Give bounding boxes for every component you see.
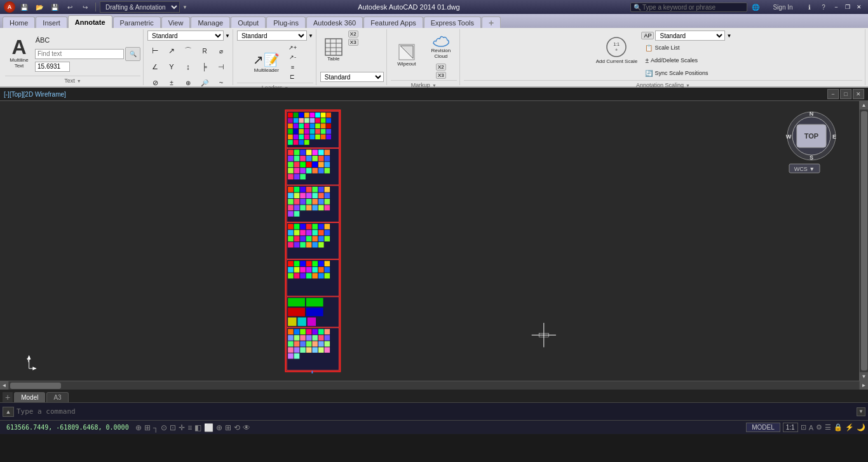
scroll-down-button[interactable]: ▼ xyxy=(860,372,869,381)
tab-output[interactable]: Output xyxy=(231,17,266,28)
redo-button[interactable]: ↪ xyxy=(79,1,92,13)
wipeout-button[interactable]: Wipeout xyxy=(391,36,423,74)
polar-button[interactable]: ⊙ xyxy=(161,423,167,432)
scroll-thumb-vertical[interactable] xyxy=(861,111,867,370)
dim-radius-button[interactable]: R xyxy=(197,44,212,58)
find-search-button[interactable]: 🔍 xyxy=(125,47,140,61)
info-button[interactable]: ℹ xyxy=(803,1,816,13)
tab-view[interactable]: View xyxy=(161,17,191,28)
scroll-up-button[interactable]: ▲ xyxy=(860,101,869,110)
search-input[interactable] xyxy=(642,4,744,11)
network-icon[interactable]: 🌐 xyxy=(749,1,763,13)
scale-list-button[interactable]: 📋 Scale List xyxy=(641,42,731,53)
restore-button[interactable]: ❐ xyxy=(843,3,853,11)
ap-button[interactable]: AP xyxy=(641,32,654,39)
table-x2-button[interactable]: X2 xyxy=(348,31,358,37)
dim-baseline-button[interactable]: ╞ xyxy=(197,60,212,74)
multiline-text-button[interactable]: A Multiline Text xyxy=(5,34,33,72)
collect-leader-button[interactable]: ⊏ xyxy=(285,73,300,82)
command-scroll-button[interactable]: ▼ xyxy=(857,407,865,416)
scroll-left-button[interactable]: ◄ xyxy=(0,381,9,390)
scale-input[interactable] xyxy=(35,62,70,72)
viewport-close-button[interactable]: ✕ xyxy=(853,89,864,99)
view-cube-button[interactable]: ⊡ xyxy=(801,423,806,431)
dyn-input-button[interactable]: ✛ xyxy=(179,423,185,432)
dim-ordinate-button[interactable]: Y xyxy=(164,60,179,74)
text-expand-arrow[interactable]: ▼ xyxy=(77,79,81,83)
horizontal-scrollbar[interactable]: ◄ ► xyxy=(0,381,868,390)
dim-jog-button[interactable]: ↨ xyxy=(180,60,196,74)
tab-plugins[interactable]: Plug-ins xyxy=(266,17,306,28)
dim-style-select[interactable]: Standard xyxy=(147,31,224,41)
undo-button[interactable]: ↩ xyxy=(64,1,76,13)
dim-aligned-button[interactable]: ↗ xyxy=(164,44,179,58)
tab-parametric[interactable]: Parametric xyxy=(113,17,161,28)
leaders-style-select[interactable]: Standard xyxy=(237,31,307,41)
multileader-button[interactable]: ↗📝 Multileader xyxy=(250,46,283,79)
transparency-button[interactable]: ◧ xyxy=(194,423,201,432)
scroll-right-button[interactable]: ► xyxy=(859,381,868,390)
dim-linear-button[interactable]: ⊢ xyxy=(147,44,163,58)
hardware-accel-button[interactable]: ⚡ xyxy=(845,423,854,431)
layout-tab-model[interactable]: Model xyxy=(14,392,45,402)
add-leader-button[interactable]: ↗+ xyxy=(285,43,300,52)
sync-scale-positions-button[interactable]: 🔄 Sync Scale Positions xyxy=(641,67,731,79)
minimize-button[interactable]: − xyxy=(831,3,841,11)
vertical-scrollbar[interactable]: ▲ ▼ xyxy=(859,101,868,381)
viewport-scale-button[interactable]: 1:1 xyxy=(783,423,798,432)
scroll-thumb-horizontal[interactable] xyxy=(10,383,61,389)
table-button[interactable]: Table xyxy=(320,31,347,69)
layout-tab-a3[interactable]: A3 xyxy=(46,392,68,402)
find-text-input[interactable] xyxy=(35,49,124,59)
new-layout-button[interactable]: + xyxy=(3,392,13,402)
new-button[interactable]: 💾 xyxy=(18,1,31,13)
markup-x2-button[interactable]: X2 xyxy=(436,64,446,71)
tab-express-tools[interactable]: Express Tools xyxy=(424,17,481,28)
coords-toggle-button[interactable]: ⊕ xyxy=(135,423,142,432)
annotation-scale-select[interactable]: Standard xyxy=(655,31,725,41)
tab-a-plus[interactable]: + xyxy=(482,17,501,28)
lineweight-button[interactable]: ≡ xyxy=(187,423,192,432)
sign-in-button[interactable]: Sign In xyxy=(764,1,802,13)
tab-autodesk360[interactable]: Autodesk 360 xyxy=(306,17,363,28)
annotation-scale-button[interactable]: A xyxy=(809,424,813,431)
dim-continue-button[interactable]: ⊣ xyxy=(214,60,229,74)
tab-insert[interactable]: Insert xyxy=(36,17,67,28)
grid-snap-button[interactable]: ⊞ xyxy=(144,423,151,432)
command-expand-button[interactable]: ▲ xyxy=(3,407,14,417)
remove-leader-button[interactable]: ↗- xyxy=(285,53,300,62)
command-input[interactable] xyxy=(17,407,854,416)
viewport-minimize-button[interactable]: − xyxy=(827,89,839,99)
dim-arc-button[interactable]: ⌒ xyxy=(180,44,196,58)
isolate-button[interactable]: 🌙 xyxy=(857,423,865,431)
table-x3-button[interactable]: X3 xyxy=(348,39,358,46)
dim-angle-button[interactable]: ∠ xyxy=(147,60,163,74)
lock-button[interactable]: 🔒 xyxy=(834,423,843,431)
drawing-area[interactable]: Y N S E W TOP xyxy=(0,101,859,381)
help-button[interactable]: ? xyxy=(817,1,830,13)
open-button[interactable]: 📂 xyxy=(33,1,46,13)
tab-home[interactable]: Home xyxy=(3,17,35,28)
toolbar-button[interactable]: ☰ xyxy=(825,423,831,431)
dim-diameter-button[interactable]: ⌀ xyxy=(214,44,229,58)
model-space-button[interactable]: MODEL xyxy=(746,423,780,432)
table-style-select[interactable]: Standard xyxy=(320,72,384,82)
qp-button[interactable]: ⬜ xyxy=(204,423,214,432)
navigation-cube[interactable]: N S E W TOP WCS ▼ xyxy=(783,111,840,174)
align-leader-button[interactable]: ≡ xyxy=(285,63,300,72)
workspace-button[interactable]: ⚙ xyxy=(816,423,822,431)
save-button[interactable]: 💾 xyxy=(48,1,61,13)
snap-button[interactable]: ⊡ xyxy=(170,423,176,432)
drawing-history-button[interactable]: ⟲ xyxy=(234,423,240,432)
revision-cloud-button[interactable]: Revision Cloud xyxy=(425,31,457,62)
selection-cycling-button[interactable]: ⊕ xyxy=(216,423,222,432)
viewport-restore-button[interactable]: □ xyxy=(840,89,851,99)
close-button[interactable]: ✕ xyxy=(854,3,864,11)
tab-manage[interactable]: Manage xyxy=(191,17,230,28)
3d-ostap-button[interactable]: ⊞ xyxy=(225,423,231,432)
add-delete-scales-button[interactable]: ± Add/Delete Scales xyxy=(641,55,731,66)
annotation-scaling-expand-arrow[interactable]: ▼ xyxy=(686,83,690,88)
annotate-monitor-button[interactable]: 👁 xyxy=(243,423,250,432)
markup-x3-button[interactable]: X3 xyxy=(436,72,446,79)
check-spelling-button[interactable]: ÁBC xyxy=(35,33,50,47)
